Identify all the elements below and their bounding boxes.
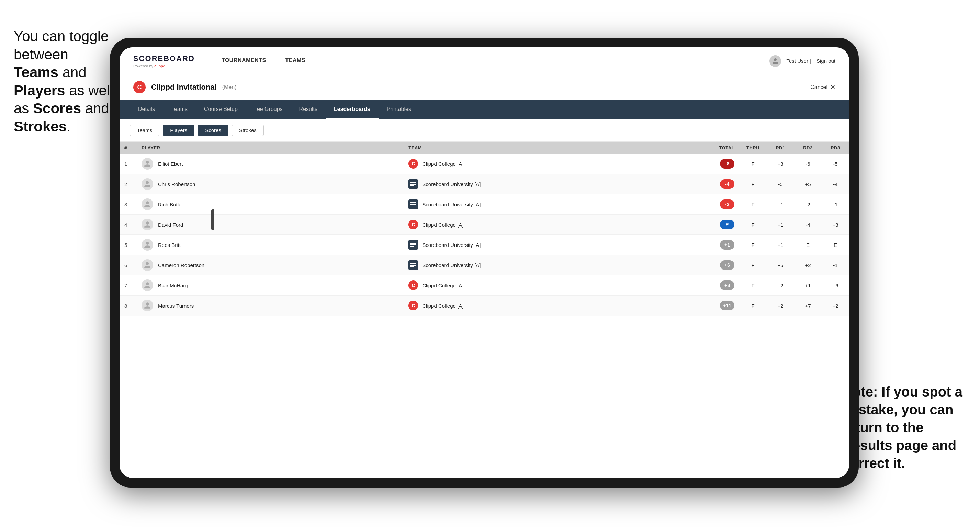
rd2-cell: -4 [794,214,822,235]
total-cell: -4 [705,174,739,194]
score-badge: E [720,220,734,229]
player-cell: Chris Robertson [137,174,404,194]
total-cell: +1 [705,235,739,255]
player-avatar [142,178,153,190]
player-name: Rees Britt [158,242,181,248]
thru-cell: F [739,194,767,214]
rd3-cell: -5 [822,154,849,174]
rd3-cell: -4 [822,174,849,194]
rd2-cell: -6 [794,154,822,174]
nav-tournaments[interactable]: TOURNAMENTS [212,48,276,75]
rank-cell: 7 [119,275,137,295]
player-name: Elliot Ebert [158,161,183,167]
svg-rect-8 [410,244,416,246]
players-table: # PLAYER TEAM TOTAL THRU RD1 RD2 RD3 1 [119,142,849,316]
rd2-cell: +2 [794,255,822,275]
toggle-teams[interactable]: Teams [130,125,159,136]
col-player: PLAYER [137,142,404,154]
table-header-row: # PLAYER TEAM TOTAL THRU RD1 RD2 RD3 [119,142,849,154]
svg-rect-4 [410,202,416,203]
team-logo [409,200,418,209]
team-name: Scoreboard University [A] [422,202,480,207]
team-name: Clippd College [A] [422,283,463,288]
toggle-strokes[interactable]: Strokes [232,125,264,136]
table-row: 3 Rich Butler Scoreboard University [A] … [119,194,849,214]
nav-teams[interactable]: TEAMS [276,48,315,75]
total-cell: E [705,214,739,235]
cancel-label: Cancel [810,84,827,90]
toggle-scores[interactable]: Scores [198,125,228,136]
col-total: TOTAL [705,142,739,154]
rank-cell: 5 [119,235,137,255]
player-avatar [142,259,153,271]
player-avatar [142,219,153,230]
rd1-cell: -5 [767,174,794,194]
total-cell: +6 [705,255,739,275]
note-label: Note: If you spot a mistake, you can ret… [843,384,963,471]
nav-signout[interactable]: Sign out [816,58,835,64]
table-row: 8 Marcus Turners C Clippd College [A] +1… [119,295,849,316]
left-annotation: You can toggle between Teams and Players… [14,27,113,136]
team-logo [409,260,418,270]
rd2-cell: E [794,235,822,255]
tab-printables[interactable]: Printables [379,100,419,119]
player-cell: Marcus Turners [137,295,404,316]
player-cell: Blair McHarg [137,275,404,295]
team-name: Scoreboard University [A] [422,262,480,268]
team-logo [409,179,418,189]
tab-bar: Details Teams Course Setup Tee Groups Re… [119,100,849,119]
table-row: 2 Chris Robertson Scoreboard University … [119,174,849,194]
team-logo: C [409,301,418,310]
rd3-cell: +6 [822,275,849,295]
tablet-side-button [211,210,214,230]
table-row: 7 Blair McHarg C Clippd College [A] +8 F… [119,275,849,295]
tab-course-setup[interactable]: Course Setup [196,100,246,119]
svg-rect-1 [410,182,416,183]
tab-teams[interactable]: Teams [163,100,196,119]
thru-cell: F [739,255,767,275]
rd1-cell: +3 [767,154,794,174]
svg-rect-3 [410,186,414,186]
total-cell: +11 [705,295,739,316]
rank-cell: 2 [119,174,137,194]
content-area: Teams Players Scores Strokes # PLAYER TE… [119,119,849,478]
player-avatar [142,279,153,291]
team-name: Scoreboard University [A] [422,242,480,248]
rd2-cell: +7 [794,295,822,316]
player-cell: Rees Britt [137,235,404,255]
tournament-header: C Clippd Invitational (Men) Cancel ✕ [119,75,849,100]
team-name: Clippd College [A] [422,303,463,309]
rank-cell: 4 [119,214,137,235]
toggle-players[interactable]: Players [163,125,194,136]
top-nav: SCOREBOARD Powered by clippd TOURNAMENTS… [119,48,849,75]
rd2-cell: +1 [794,275,822,295]
col-rank: # [119,142,137,154]
tab-leaderboards[interactable]: Leaderboards [326,100,379,119]
rd1-cell: +1 [767,235,794,255]
thru-cell: F [739,154,767,174]
player-name: Blair McHarg [158,283,188,288]
nav-right: Test User | Sign out [770,55,835,67]
player-cell: Cameron Robertson [137,255,404,275]
score-badge: -2 [720,200,734,209]
team-logo [409,240,418,249]
rank-cell: 8 [119,295,137,316]
tournament-title-area: C Clippd Invitational (Men) [133,81,236,94]
thru-cell: F [739,214,767,235]
score-badge: +1 [720,240,734,249]
score-badge: -4 [720,179,734,189]
tab-results[interactable]: Results [291,100,326,119]
table-row: 5 Rees Britt Scoreboard University [A] +… [119,235,849,255]
rd2-cell: +5 [794,174,822,194]
svg-rect-9 [410,246,414,247]
tab-details[interactable]: Details [130,100,163,119]
table-row: 1 Elliot Ebert C Clippd College [A] -8 F… [119,154,849,174]
tournament-gender: (Men) [222,84,237,90]
tab-tee-groups[interactable]: Tee Groups [246,100,291,119]
logo-sub: Powered by clippd [133,64,195,68]
rd3-cell: +3 [822,214,849,235]
svg-rect-7 [410,243,416,244]
svg-rect-5 [410,204,416,205]
player-name: Rich Butler [158,202,183,207]
cancel-button[interactable]: Cancel ✕ [810,83,835,91]
